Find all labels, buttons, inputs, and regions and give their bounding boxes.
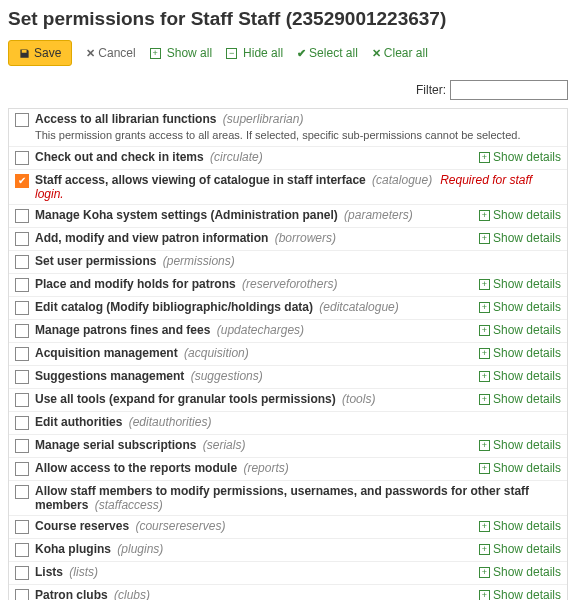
permission-label: Staff access, allows viewing of catalogu… — [35, 173, 369, 187]
permission-label: Manage serial subscriptions — [35, 438, 200, 452]
permission-checkbox[interactable] — [15, 370, 29, 384]
save-label: Save — [34, 46, 61, 60]
permission-label: Course reserves — [35, 519, 132, 533]
permission-label: Suggestions management — [35, 369, 188, 383]
filter-input[interactable] — [450, 80, 568, 100]
permission-code: (borrowers) — [275, 231, 336, 245]
minus-icon: − — [226, 48, 237, 59]
permission-code: (superlibrarian) — [223, 112, 304, 126]
permission-checkbox[interactable] — [15, 113, 29, 127]
cancel-button[interactable]: ✕ Cancel — [86, 46, 135, 60]
show-details-link[interactable]: +Show details — [471, 542, 561, 556]
permission-checkbox[interactable] — [15, 462, 29, 476]
permission-checkbox[interactable] — [15, 324, 29, 338]
show-details-link[interactable]: +Show details — [471, 369, 561, 383]
permission-code: (staffaccess) — [95, 498, 163, 512]
permission-checkbox[interactable] — [15, 543, 29, 557]
plus-icon: + — [479, 210, 490, 221]
show-details-link[interactable]: +Show details — [471, 208, 561, 222]
plus-icon: + — [479, 567, 490, 578]
show-all-button[interactable]: + Show all — [150, 46, 212, 60]
clear-all-button[interactable]: ✕ Clear all — [372, 46, 428, 60]
permission-row: Manage Koha system settings (Administrat… — [9, 205, 567, 228]
show-all-label: Show all — [167, 46, 212, 60]
plus-icon: + — [479, 279, 490, 290]
permission-label: Manage Koha system settings (Administrat… — [35, 208, 341, 222]
permission-row: Patron clubs (clubs)+Show details — [9, 585, 567, 600]
permission-code: (catalogue) — [372, 173, 432, 187]
permission-checkbox[interactable] — [15, 485, 29, 499]
permission-label: Use all tools (expand for granular tools… — [35, 392, 339, 406]
permission-label: Edit catalog (Modify bibliographic/holdi… — [35, 300, 316, 314]
permission-label: Place and modify holds for patrons — [35, 277, 239, 291]
permission-row: Set user permissions (permissions) — [9, 251, 567, 274]
show-details-link[interactable]: +Show details — [471, 519, 561, 533]
permission-checkbox[interactable] — [15, 393, 29, 407]
permission-row: Edit catalog (Modify bibliographic/holdi… — [9, 297, 567, 320]
save-button[interactable]: Save — [8, 40, 72, 66]
select-all-label: Select all — [309, 46, 358, 60]
plus-icon: + — [479, 544, 490, 555]
show-details-link[interactable]: +Show details — [471, 392, 561, 406]
permission-checkbox[interactable] — [15, 520, 29, 534]
permission-row: ✔Staff access, allows viewing of catalog… — [9, 170, 567, 205]
permission-label: Lists — [35, 565, 66, 579]
plus-icon: + — [479, 440, 490, 451]
permission-checkbox[interactable] — [15, 347, 29, 361]
permissions-list: Access to all librarian functions (super… — [8, 108, 568, 600]
permission-checkbox[interactable]: ✔ — [15, 174, 29, 188]
show-details-link[interactable]: +Show details — [471, 588, 561, 600]
permission-label: Koha plugins — [35, 542, 114, 556]
permission-checkbox[interactable] — [15, 278, 29, 292]
plus-icon: + — [479, 152, 490, 163]
permission-row: Add, modify and view patron information … — [9, 228, 567, 251]
show-details-link[interactable]: +Show details — [471, 323, 561, 337]
permission-checkbox[interactable] — [15, 232, 29, 246]
plus-icon: + — [479, 348, 490, 359]
show-details-link[interactable]: +Show details — [471, 346, 561, 360]
permission-code: (editcatalogue) — [319, 300, 398, 314]
permission-label: Edit authorities — [35, 415, 126, 429]
show-details-link[interactable]: +Show details — [471, 461, 561, 475]
permission-checkbox[interactable] — [15, 566, 29, 580]
permission-label: Acquisition management — [35, 346, 181, 360]
permission-checkbox[interactable] — [15, 439, 29, 453]
hide-all-button[interactable]: − Hide all — [226, 46, 283, 60]
show-details-link[interactable]: +Show details — [471, 565, 561, 579]
permission-row: Allow staff members to modify permission… — [9, 481, 567, 516]
permission-code: (reports) — [243, 461, 288, 475]
plus-icon: + — [150, 48, 161, 59]
permission-row: Manage serial subscriptions (serials)+Sh… — [9, 435, 567, 458]
permission-checkbox[interactable] — [15, 209, 29, 223]
plus-icon: + — [479, 371, 490, 382]
page-title: Set permissions for Staff Staff (2352900… — [8, 8, 568, 30]
permission-label: Set user permissions — [35, 254, 160, 268]
permission-row: Manage patrons fines and fees (updatecha… — [9, 320, 567, 343]
show-details-link[interactable]: +Show details — [471, 150, 561, 164]
permission-checkbox[interactable] — [15, 151, 29, 165]
permission-row: Place and modify holds for patrons (rese… — [9, 274, 567, 297]
save-icon — [19, 48, 30, 59]
permission-row: Check out and check in items (circulate)… — [9, 147, 567, 170]
permission-checkbox[interactable] — [15, 255, 29, 269]
plus-icon: + — [479, 302, 490, 313]
show-details-link[interactable]: +Show details — [471, 300, 561, 314]
permission-checkbox[interactable] — [15, 589, 29, 600]
permission-code: (plugins) — [117, 542, 163, 556]
permission-code: (parameters) — [344, 208, 413, 222]
permission-label: Check out and check in items — [35, 150, 207, 164]
clear-icon: ✕ — [372, 47, 381, 60]
close-icon: ✕ — [86, 47, 95, 60]
permission-code: (serials) — [203, 438, 246, 452]
show-details-link[interactable]: +Show details — [471, 277, 561, 291]
select-all-button[interactable]: ✔ Select all — [297, 46, 358, 60]
clear-all-label: Clear all — [384, 46, 428, 60]
show-details-link[interactable]: +Show details — [471, 231, 561, 245]
permission-row: Lists (lists)+Show details — [9, 562, 567, 585]
show-details-link[interactable]: +Show details — [471, 438, 561, 452]
permission-code: (acquisition) — [184, 346, 249, 360]
plus-icon: + — [479, 325, 490, 336]
permission-checkbox[interactable] — [15, 416, 29, 430]
permission-label: Patron clubs — [35, 588, 111, 600]
permission-checkbox[interactable] — [15, 301, 29, 315]
